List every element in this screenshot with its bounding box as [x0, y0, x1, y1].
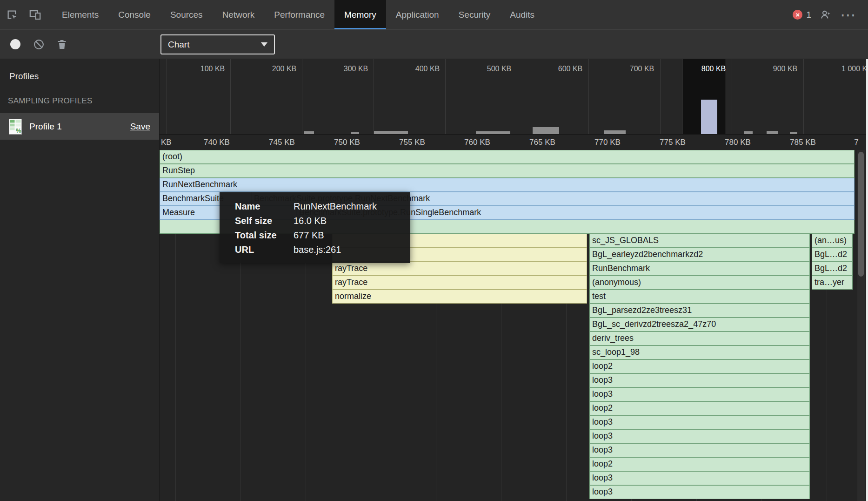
tab-performance[interactable]: Performance	[264, 0, 334, 29]
chart-ruler: KB740 KB745 KB750 KB755 KB760 KB765 KB77…	[160, 135, 868, 150]
flame-bar[interactable]: BgL…d2	[812, 262, 853, 276]
scrollbar-thumb[interactable]	[858, 152, 864, 277]
device-toolbar-icon[interactable]	[23, 0, 47, 29]
histogram-bar	[790, 132, 797, 134]
tab-network[interactable]: Network	[213, 0, 265, 29]
flame-bar[interactable]: BgL…d2	[812, 248, 853, 262]
remote-devices-icon[interactable]	[818, 0, 834, 29]
ruler-label: 770 KB	[594, 138, 621, 147]
topbar: ElementsConsoleSourcesNetworkPerformance…	[0, 0, 868, 29]
flame-bar[interactable]: loop2	[589, 359, 810, 373]
sampling-profiles-header: SAMPLING PROFILES	[0, 96, 159, 106]
flame-bar[interactable]: sc_loop1_98	[589, 345, 810, 359]
ruler-label: 780 KB	[725, 138, 751, 147]
ruler-label: 760 KB	[464, 138, 490, 147]
devtools-window: ElementsConsoleSourcesNetworkPerformance…	[0, 0, 868, 501]
flame-bar[interactable]: BgL_parsezd2ze3treesz31	[589, 304, 810, 318]
profile-item[interactable]: % Profile 1 Save	[0, 113, 159, 140]
flame-bar[interactable]: (root)	[160, 150, 855, 164]
ruler-label: 7	[854, 138, 858, 147]
tooltip-value: 16.0 KB	[294, 216, 327, 226]
flame-bar[interactable]: RunStep	[160, 164, 855, 178]
svg-text:%: %	[16, 127, 21, 134]
tooltip-label: Self size	[235, 214, 294, 228]
heap-chart-area: 100 KB200 KB300 KB400 KB500 KB600 KB700 …	[160, 59, 868, 501]
tooltip-row: Total size677 KB	[235, 228, 410, 243]
flame-bar[interactable]: deriv_trees	[589, 332, 810, 345]
flame-bar[interactable]: BgL_earleyzd2benchmarkzd2	[589, 248, 810, 262]
overview-scale-label: 600 KB	[558, 65, 582, 73]
clear-profiles-icon[interactable]	[27, 30, 50, 59]
flame-bar[interactable]: test	[589, 290, 810, 304]
ruler-label: 785 KB	[790, 138, 816, 147]
more-menu-icon[interactable]: ⋯	[840, 10, 857, 20]
flame-bar[interactable]: loop3	[589, 373, 810, 387]
record-heap-profile-button[interactable]	[4, 30, 27, 59]
flame-bar[interactable]: tra…yer	[812, 276, 853, 290]
tab-strip: ElementsConsoleSourcesNetworkPerformance…	[52, 0, 544, 29]
overview-scale-label: 200 KB	[272, 65, 296, 73]
error-badge-icon[interactable]: ×	[793, 10, 802, 20]
chevron-down-icon	[261, 42, 267, 47]
memory-overview-timeline[interactable]: 100 KB200 KB300 KB400 KB500 KB600 KB700 …	[160, 59, 868, 135]
flame-bar[interactable]: loop3	[589, 443, 810, 457]
flame-bar[interactable]: loop2	[589, 457, 810, 471]
flame-bar[interactable]: (anonymous)	[589, 276, 810, 290]
flame-bar[interactable]: loop3	[589, 429, 810, 443]
flame-bar[interactable]: loop3	[589, 387, 810, 401]
histogram-bar	[767, 131, 778, 134]
inspect-element-icon[interactable]	[0, 0, 23, 29]
tab-console[interactable]: Console	[108, 0, 160, 29]
tooltip-value: base.js:261	[294, 244, 341, 255]
flame-bar[interactable]: RunNextBenchmark	[160, 178, 855, 192]
flame-bar[interactable]: RunBenchmark	[589, 262, 810, 276]
overview-scale-label: 900 KB	[773, 65, 797, 73]
overview-scale-label: 800 KB	[701, 65, 726, 73]
tab-sources[interactable]: Sources	[160, 0, 213, 29]
profiles-sidebar: Profiles SAMPLING PROFILES % Profile 1 S…	[0, 59, 160, 501]
ruler-label: 750 KB	[334, 138, 360, 147]
ruler-label: 775 KB	[660, 138, 686, 147]
tooltip-row: NameRunNextBenchmark	[235, 199, 410, 214]
flame-tooltip: NameRunNextBenchmark Self size16.0 KB To…	[220, 192, 410, 263]
histogram-bar	[533, 127, 559, 134]
delete-profile-icon[interactable]	[50, 30, 73, 59]
profile-icon: %	[9, 119, 22, 135]
window-edge	[866, 59, 868, 501]
ruler-label: 745 KB	[269, 138, 295, 147]
tooltip-label: Name	[235, 199, 294, 214]
chart-view-select-value: Chart	[168, 40, 189, 50]
flame-bar[interactable]: rayTrace	[332, 262, 587, 276]
overview-scale-label: 500 KB	[487, 65, 511, 73]
flame-bar[interactable]: loop3	[589, 415, 810, 429]
error-badge-x: ×	[796, 11, 800, 19]
tooltip-row: URLbase.js:261	[235, 243, 410, 257]
histogram-bar	[374, 131, 408, 134]
flame-bar[interactable]: rayTrace	[332, 276, 587, 290]
flame-bar[interactable]: sc_JS_GLOBALS	[589, 234, 810, 248]
histogram-bar	[476, 131, 510, 134]
memory-toolbar: Chart	[0, 29, 868, 59]
tab-elements[interactable]: Elements	[52, 0, 108, 29]
flame-bar[interactable]: BgL_sc_derivzd2treesza2_47z70	[589, 318, 810, 332]
ruler-label: KB	[161, 138, 172, 147]
overview-scale-label: 1 000 KB	[841, 65, 868, 73]
tooltip-label: URL	[235, 243, 294, 257]
chart-view-select[interactable]: Chart	[160, 34, 275, 54]
flame-bar[interactable]: loop2	[589, 401, 810, 415]
histogram-bar	[304, 131, 314, 134]
histogram-bar	[701, 100, 717, 134]
flame-bar[interactable]: loop3	[589, 485, 810, 499]
overview-scale-label: 400 KB	[415, 65, 440, 73]
tab-audits[interactable]: Audits	[500, 0, 544, 29]
tab-application[interactable]: Application	[386, 0, 449, 29]
flame-bar[interactable]: loop3	[589, 471, 810, 485]
ruler-label: 755 KB	[399, 138, 425, 147]
save-link[interactable]: Save	[130, 122, 150, 132]
scrollbar-track[interactable]	[857, 150, 865, 501]
flame-bar[interactable]: (an…us)	[812, 234, 853, 248]
flame-bar[interactable]: normalize	[332, 290, 587, 304]
tab-memory[interactable]: Memory	[334, 0, 386, 29]
tab-security[interactable]: Security	[449, 0, 501, 29]
overview-scale-label: 700 KB	[630, 65, 654, 73]
